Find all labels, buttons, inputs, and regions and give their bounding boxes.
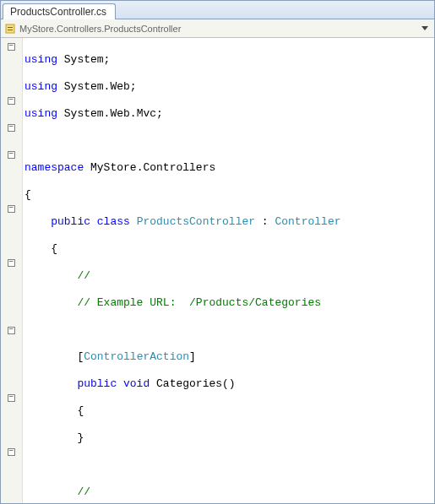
comment: // [24,269,90,282]
fold-toggle[interactable] [8,327,15,334]
type-name: ControllerAction [84,350,189,363]
navigation-bar: MyStore.Controllers.ProductsController [1,19,434,38]
breadcrumb[interactable]: MyStore.Controllers.ProductsController [19,24,419,34]
dropdown-icon[interactable] [419,23,431,35]
tab-title: ProductsController.cs [10,6,106,18]
code-text: ] [189,350,196,363]
code-text: [ [24,350,84,363]
keyword: using [24,53,57,66]
comment: // Example URL: /Products/Categories [24,296,321,309]
code-text: MyStore.Controllers [84,161,215,174]
keyword: namespace [24,161,84,174]
fold-toggle[interactable] [8,43,15,51]
fold-toggle[interactable] [8,394,15,402]
fold-toggle[interactable] [8,205,15,213]
svg-rect-0 [6,24,14,33]
keyword: using [24,80,57,93]
code-text: System.Web; [57,80,137,93]
file-tab[interactable]: ProductsController.cs [3,3,116,19]
type-name: Controller [275,215,340,228]
fold-toggle[interactable] [8,259,15,267]
fold-toggle[interactable] [8,124,15,132]
fold-toggle[interactable] [8,448,15,456]
fold-toggle[interactable] [8,151,15,159]
code-text: Categories() [150,377,235,390]
code-text: : [255,215,275,228]
comment: // [24,485,90,498]
fold-toggle[interactable] [8,97,15,105]
keyword: class [90,215,130,228]
keyword: public [24,377,117,390]
brace: { [24,404,84,417]
brace: } [24,431,84,444]
type-name: ProductsController [130,215,255,228]
keyword: using [24,107,57,120]
code-editor[interactable]: using System; using System.Web; using Sy… [1,38,434,503]
brace: { [24,188,31,201]
brace: { [24,242,57,255]
keyword: void [117,377,150,390]
svg-rect-2 [8,30,13,30]
code-text: System; [57,53,110,66]
svg-rect-1 [8,27,13,28]
keyword: public [24,215,90,228]
class-icon [4,23,16,35]
fold-gutter [1,38,23,503]
code-area[interactable]: using System; using System.Web; using Sy… [23,38,434,503]
tab-bar: ProductsController.cs [1,1,434,19]
code-text: System.Web.Mvc; [57,107,163,120]
